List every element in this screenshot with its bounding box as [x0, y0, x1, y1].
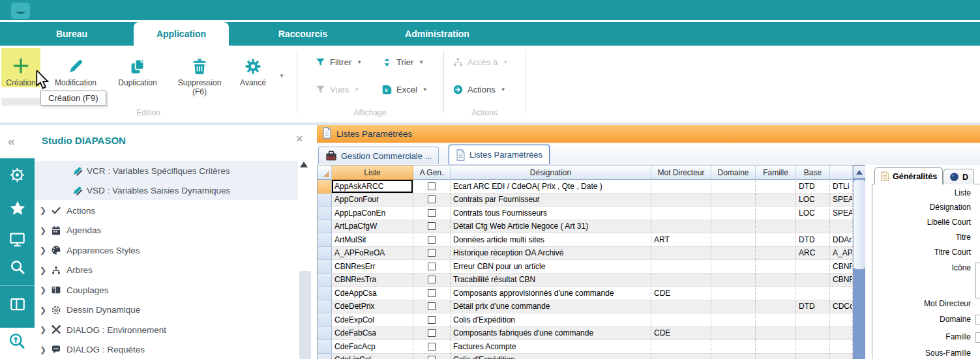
tree-item[interactable]: ❯Couplages: [35, 280, 298, 300]
grid-column-header[interactable]: Mot Directeur: [651, 165, 711, 180]
cell-agen[interactable]: [413, 354, 451, 359]
cell-domaine[interactable]: [711, 340, 756, 354]
row-gutter[interactable]: [318, 340, 332, 354]
cell-famille[interactable]: [756, 260, 796, 274]
cell-base[interactable]: DTD: [796, 180, 830, 194]
rail-item-monitor[interactable]: [0, 225, 35, 253]
cell-designation[interactable]: Colis d'Expédition: [451, 313, 651, 327]
suppression-button[interactable]: Suppression(F6): [168, 48, 231, 96]
row-gutter[interactable]: [318, 194, 332, 207]
tree-item-selected[interactable]: VSD : Variables Saisies Dynamiques: [35, 180, 298, 200]
cell-agen[interactable]: [413, 220, 451, 234]
cell-famille[interactable]: [756, 247, 796, 261]
cell-mot[interactable]: CDE: [651, 287, 711, 300]
cell-designation[interactable]: Ecart ARC EDI / CdeOA( Prix , Qte , Date…: [451, 180, 651, 194]
cell-liste[interactable]: ArtLpaCfgW: [332, 220, 413, 234]
cell-mot[interactable]: [651, 207, 711, 220]
tree-item[interactable]: ❯Actions: [35, 201, 298, 220]
chevron-right-icon[interactable]: ❯: [40, 306, 49, 315]
cell-liste[interactable]: CBNResTra: [332, 274, 413, 287]
cell-base[interactable]: [796, 260, 830, 274]
cell-agen[interactable]: [413, 233, 451, 247]
cell-agen[interactable]: [413, 340, 451, 354]
cell-mot[interactable]: [651, 247, 711, 261]
excel-button[interactable]: xExcel▼: [381, 84, 428, 95]
agen-checkbox[interactable]: [428, 249, 436, 257]
agen-checkbox[interactable]: [428, 343, 436, 351]
cell-agen[interactable]: [413, 287, 451, 300]
cell-extra[interactable]: A_AP: [830, 247, 853, 261]
cell-domaine[interactable]: [711, 274, 756, 287]
detail-tab[interactable]: D: [943, 169, 974, 184]
cell-extra[interactable]: [830, 287, 853, 300]
tree-item[interactable]: ❯Apparences Styles: [35, 240, 298, 260]
cell-liste[interactable]: AppConFour: [332, 194, 413, 207]
domaine-input[interactable]: [975, 315, 980, 325]
cell-extra[interactable]: [830, 354, 853, 359]
cell-domaine[interactable]: [711, 300, 756, 314]
grid-column-header[interactable]: [830, 165, 853, 180]
cell-liste[interactable]: CdeAppCsa: [332, 287, 413, 300]
tree-scroll-up-icon[interactable]: [300, 162, 308, 167]
rail-item-map-pin-search[interactable]: [8, 332, 26, 353]
cell-agen[interactable]: [413, 180, 451, 194]
cell-famille[interactable]: [756, 220, 796, 234]
cell-base[interactable]: DTD: [796, 300, 830, 314]
cell-base[interactable]: LOC: [796, 194, 830, 207]
chevron-right-icon[interactable]: ❯: [40, 266, 49, 275]
chevron-right-icon[interactable]: ❯: [40, 226, 49, 235]
row-gutter[interactable]: [318, 313, 332, 327]
vues-button[interactable]: Vues▼: [315, 84, 359, 95]
table-row[interactable]: CdeLigColColis d'Expédition: [318, 354, 865, 359]
cell-famille[interactable]: [756, 194, 796, 207]
chevron-right-icon[interactable]: ❯: [40, 345, 49, 354]
grid-scrollbar[interactable]: [853, 165, 865, 359]
cell-base[interactable]: [796, 327, 830, 341]
table-row[interactable]: AppConFourContrats par FournisseurLOCSPE…: [318, 194, 865, 207]
row-gutter[interactable]: [318, 287, 332, 300]
filtrer-button[interactable]: Filtrer▼: [315, 57, 362, 68]
grid-column-header[interactable]: Désignation: [451, 165, 651, 180]
chevron-right-icon[interactable]: ❯: [40, 206, 49, 215]
cell-liste[interactable]: A_APFoReOA: [332, 247, 413, 261]
cell-mot[interactable]: [651, 300, 711, 314]
agen-checkbox[interactable]: [428, 209, 436, 217]
tree-item[interactable]: ❯Agendas: [35, 221, 298, 240]
avancé-button[interactable]: Avancé: [232, 48, 274, 87]
cell-famille[interactable]: [756, 287, 796, 300]
row-gutter[interactable]: [318, 327, 332, 341]
cell-extra[interactable]: DTLi: [830, 180, 853, 194]
cell-liste[interactable]: ArtMulSit: [332, 233, 413, 247]
ribbon-tab-administration[interactable]: Administration: [380, 22, 494, 46]
cell-domaine[interactable]: [711, 207, 756, 220]
table-row[interactable]: CBNResErrErreur CBN pour un articleCBNR: [318, 260, 865, 274]
tree-item[interactable]: ❯DIALOG : Requêtes: [35, 340, 298, 359]
table-row[interactable]: A_APFoReOAHistorique réception OA Archiv…: [318, 247, 865, 261]
rail-item-ship-wheel[interactable]: [0, 160, 35, 189]
cell-extra[interactable]: CBNR: [830, 274, 853, 287]
grid-column-header[interactable]: Famille: [756, 165, 796, 180]
cell-domaine[interactable]: [711, 247, 756, 261]
cell-famille[interactable]: [756, 180, 796, 194]
agen-checkbox[interactable]: [428, 329, 436, 337]
agen-checkbox[interactable]: [428, 182, 436, 190]
agen-checkbox[interactable]: [428, 316, 436, 324]
rail-item-star[interactable]: [0, 194, 35, 223]
ribbon-tab-bureau[interactable]: Bureau: [36, 22, 108, 46]
cell-famille[interactable]: [756, 354, 796, 359]
cell-base[interactable]: [796, 274, 830, 287]
table-row[interactable]: CdeAppCsaComposants approvisionnés d'une…: [318, 287, 865, 300]
cell-extra[interactable]: [830, 340, 853, 354]
cell-agen[interactable]: [413, 247, 451, 261]
table-row[interactable]: CdeExpColColis d'Expédition: [318, 313, 865, 327]
row-gutter[interactable]: [318, 220, 332, 234]
cell-base[interactable]: [796, 354, 830, 359]
cell-liste[interactable]: CBNResErr: [332, 260, 413, 274]
table-row[interactable]: CdeFacAcpFactures Acompte: [318, 340, 865, 354]
cell-mot[interactable]: [651, 313, 711, 327]
cell-extra[interactable]: SPEA: [830, 194, 853, 207]
cell-famille[interactable]: [756, 300, 796, 314]
cell-liste[interactable]: CdeFacAcp: [332, 340, 413, 354]
cell-agen[interactable]: [413, 194, 451, 207]
app-logo-icon[interactable]: [11, 3, 30, 19]
